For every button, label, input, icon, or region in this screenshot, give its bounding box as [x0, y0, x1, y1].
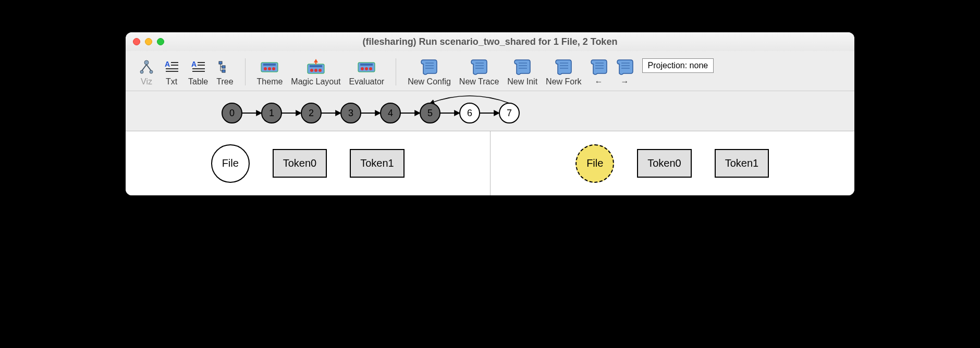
table-button[interactable]: A Table — [184, 55, 212, 89]
app-window: (filesharing) Run scenario_two_shared fo… — [126, 32, 854, 195]
traffic-lights — [133, 38, 164, 45]
token-node[interactable]: Token1 — [715, 149, 769, 178]
back-button[interactable]: ← — [586, 55, 612, 89]
svg-text:5: 5 — [427, 108, 433, 118]
new-init-button[interactable]: New Init — [503, 55, 542, 89]
token-node[interactable]: Token0 — [637, 149, 692, 178]
panel-right: File Token0 Token1 — [490, 131, 855, 195]
svg-point-35 — [365, 67, 368, 70]
scroll-icon — [420, 57, 438, 76]
new-fork-button[interactable]: New Fork — [542, 55, 585, 89]
magic-layout-button[interactable]: Magic Layout — [287, 55, 345, 89]
new-group: New Config New Trace New Init New Fork — [403, 55, 638, 89]
svg-rect-16 — [222, 66, 225, 68]
svg-point-34 — [361, 67, 364, 70]
svg-text:7: 7 — [507, 108, 512, 118]
svg-line-2 — [146, 65, 151, 71]
panel-left: File Token0 Token1 — [126, 131, 490, 195]
svg-point-36 — [369, 67, 372, 70]
svg-rect-30 — [310, 65, 322, 67]
new-config-button[interactable]: New Config — [403, 55, 455, 89]
svg-text:A: A — [165, 60, 170, 68]
svg-rect-15 — [219, 61, 222, 64]
scroll-icon — [590, 57, 608, 76]
svg-point-27 — [310, 69, 313, 72]
token-node[interactable]: Token0 — [273, 149, 327, 178]
svg-line-1 — [142, 65, 146, 71]
trace-svg: 01234567 — [219, 94, 574, 126]
svg-rect-17 — [222, 70, 225, 72]
scroll-icon — [513, 57, 531, 76]
svg-point-0 — [144, 60, 149, 65]
titlebar: (filesharing) Run scenario_two_shared fo… — [126, 32, 854, 51]
txt-icon: A — [164, 57, 179, 76]
projection-select[interactable]: Projection: none — [642, 58, 714, 73]
theme-button[interactable]: Theme — [253, 55, 287, 89]
magic-layout-icon — [307, 57, 325, 76]
svg-point-4 — [150, 70, 153, 73]
svg-point-24 — [272, 67, 275, 70]
minimize-button[interactable] — [145, 38, 152, 45]
scroll-icon — [616, 57, 634, 76]
svg-text:0: 0 — [229, 108, 235, 118]
svg-point-23 — [268, 67, 271, 70]
tree-icon — [217, 57, 232, 76]
scroll-icon — [555, 57, 572, 76]
svg-text:3: 3 — [348, 108, 353, 118]
svg-text:A: A — [191, 60, 197, 68]
svg-rect-37 — [360, 64, 373, 66]
layout-group: Theme Magic Layout Evaluator — [253, 55, 389, 89]
panels: File Token0 Token1 File Token0 Token1 — [126, 131, 854, 195]
evaluator-button[interactable]: Evaluator — [345, 55, 389, 89]
maximize-button[interactable] — [157, 38, 164, 45]
svg-text:6: 6 — [467, 108, 472, 118]
toolbar-separator — [245, 58, 246, 85]
svg-text:1: 1 — [269, 108, 274, 118]
evaluator-icon — [357, 57, 376, 76]
view-group: Viz A Txt A Table Tree — [134, 55, 238, 89]
svg-text:4: 4 — [388, 108, 393, 118]
token-node[interactable]: Token1 — [350, 149, 405, 178]
toolbar: Viz A Txt A Table Tree — [126, 51, 854, 91]
file-node-right[interactable]: File — [575, 144, 614, 183]
scroll-icon — [470, 57, 488, 76]
trace-diagram: 01234567 — [126, 91, 854, 131]
svg-rect-25 — [263, 64, 276, 66]
close-button[interactable] — [133, 38, 140, 45]
viz-icon — [139, 57, 154, 76]
table-icon: A — [190, 57, 206, 76]
svg-text:2: 2 — [309, 108, 314, 118]
svg-point-22 — [264, 67, 267, 70]
new-trace-button[interactable]: New Trace — [455, 55, 503, 89]
txt-button[interactable]: A Txt — [159, 55, 184, 89]
viz-button[interactable]: Viz — [134, 55, 159, 89]
window-title: (filesharing) Run scenario_two_shared fo… — [132, 36, 848, 47]
svg-point-3 — [140, 70, 143, 73]
tree-button[interactable]: Tree — [212, 55, 237, 89]
forward-button[interactable]: → — [612, 55, 638, 89]
svg-point-28 — [314, 69, 317, 72]
svg-point-29 — [318, 69, 322, 72]
svg-marker-31 — [314, 59, 318, 63]
theme-icon — [260, 57, 279, 76]
toolbar-separator-2 — [396, 58, 396, 85]
file-node-left[interactable]: File — [211, 144, 250, 183]
